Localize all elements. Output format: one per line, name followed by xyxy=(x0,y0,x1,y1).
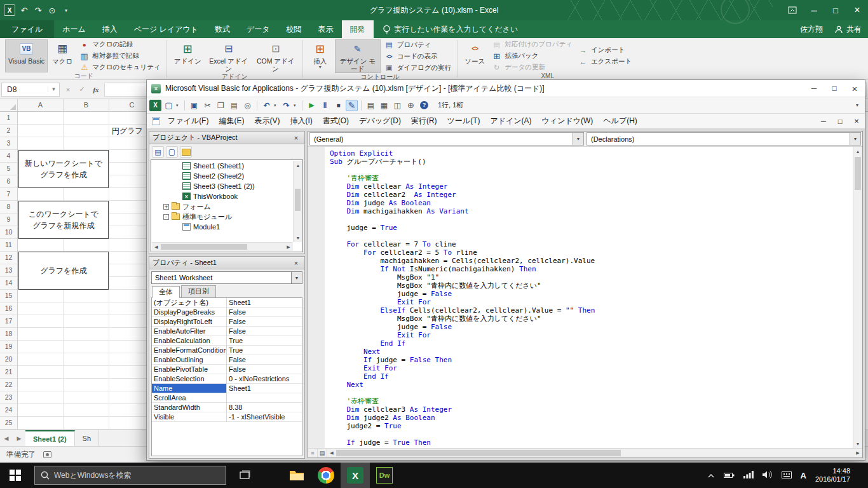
scroll-right-icon[interactable]: ▶ xyxy=(284,243,293,252)
row-header[interactable]: 8 xyxy=(0,201,18,214)
scroll-down-icon[interactable]: ▼ xyxy=(853,439,862,448)
macro-record-icon[interactable] xyxy=(43,451,51,458)
property-row[interactable]: ScrollArea xyxy=(152,393,302,403)
vba-menu-5[interactable]: デバッグ(D) xyxy=(354,116,406,126)
property-row[interactable]: DisplayRightToLeftFalse xyxy=(152,317,302,327)
row-header[interactable]: 14 xyxy=(0,277,18,290)
row-header[interactable]: 21 xyxy=(0,366,18,379)
reset-icon[interactable] xyxy=(332,100,344,111)
property-row[interactable]: EnableCalculationTrue xyxy=(152,336,302,346)
property-row[interactable]: EnablePivotTableFalse xyxy=(152,365,302,374)
maximize-button[interactable]: □ xyxy=(825,0,846,20)
row-header[interactable]: 25 xyxy=(0,417,18,430)
redo-icon[interactable] xyxy=(280,100,292,111)
view-object-icon[interactable] xyxy=(166,146,178,158)
ribbon-button[interactable]: ダイアログの実行 xyxy=(382,63,453,73)
row-header[interactable]: 3 xyxy=(0,137,18,150)
row-header[interactable]: 15 xyxy=(0,290,18,302)
row-header[interactable]: 12 xyxy=(0,252,18,264)
ribbon-tab-4[interactable]: 数式 xyxy=(207,20,238,38)
ribbon-button[interactable]: アドイン xyxy=(171,39,205,73)
vba-minimize-button[interactable]: ─ xyxy=(804,80,824,97)
battery-icon[interactable] xyxy=(724,470,735,481)
column-header[interactable]: B xyxy=(64,99,109,111)
property-row[interactable]: DisplayPageBreaksFalse xyxy=(152,308,302,317)
project-tree-item[interactable]: Sheet2 (Sheet2) xyxy=(152,171,293,181)
chrome-button[interactable] xyxy=(311,463,341,488)
project-tree-item[interactable]: Sheet1 (Sheet1) xyxy=(152,161,293,171)
sheet-nav-left-icon[interactable]: ◀ xyxy=(0,430,13,446)
vba-menu-3[interactable]: 挿入(I) xyxy=(285,116,317,126)
ribbon-button[interactable]: 相対参照で記録 xyxy=(77,51,162,61)
toggle-folders-icon[interactable] xyxy=(180,146,192,158)
property-tab-0[interactable]: 全体 xyxy=(152,286,180,298)
ribbon-button[interactable]: 拡張パック xyxy=(489,51,574,61)
ribbon-tab-3[interactable]: ページ レイアウト xyxy=(126,20,207,38)
name-box-dropdown-icon[interactable]: ▼ xyxy=(48,86,59,92)
run-icon[interactable] xyxy=(306,100,318,111)
excel-taskbar-button[interactable] xyxy=(341,463,370,488)
cancel-icon[interactable]: × xyxy=(62,86,74,93)
property-row[interactable]: EnableAutoFilterFalse xyxy=(152,327,302,336)
row-header[interactable]: 19 xyxy=(0,341,18,353)
project-tree-item[interactable]: +フォーム xyxy=(152,201,293,212)
full-module-view-icon[interactable]: ▤ xyxy=(318,449,327,458)
sheet-tab-1[interactable]: Sh xyxy=(75,430,99,446)
toolbar-options-icon[interactable]: ▾ xyxy=(852,102,862,108)
vscroll-thumb[interactable] xyxy=(855,157,861,190)
sheet-button-shape[interactable]: 新しいワークシートで グラフを作成 xyxy=(18,150,109,188)
column-header[interactable]: A xyxy=(18,99,64,111)
scroll-left-icon[interactable]: ◀ xyxy=(327,449,336,458)
row-header[interactable]: 7 xyxy=(0,188,18,201)
ribbon-button[interactable]: データの更新 xyxy=(489,62,574,72)
vba-close-button[interactable]: × xyxy=(844,80,865,97)
sheet-tab-0[interactable]: Sheet1 (2) xyxy=(25,430,75,446)
ribbon-button[interactable]: インポート xyxy=(576,45,634,55)
properties-window-icon[interactable] xyxy=(378,100,390,111)
code-editor[interactable]: Option ExplicitSub グループバーチャート() '青枠審査 Di… xyxy=(308,147,862,448)
row-header[interactable]: 11 xyxy=(0,239,18,252)
child-close-button[interactable]: × xyxy=(848,114,865,128)
properties-close-icon[interactable]: × xyxy=(291,259,301,267)
procedure-dropdown[interactable]: (Declarations) ▼ xyxy=(587,132,861,146)
ribbon-tab-0[interactable]: ファイル xyxy=(0,20,54,38)
project-horizontal-scrollbar[interactable]: ◀ ▶ xyxy=(152,242,293,251)
insert-function-icon[interactable]: fx xyxy=(90,86,102,93)
dreamweaver-button[interactable]: Dw xyxy=(370,463,399,488)
row-header[interactable]: 23 xyxy=(0,391,18,404)
property-row[interactable]: EnableFormatConditionTrue xyxy=(152,346,302,355)
row-header[interactable]: 24 xyxy=(0,404,18,417)
scroll-up-icon[interactable]: ▲ xyxy=(294,161,302,170)
ribbon-button[interactable]: マクロの記録 xyxy=(77,39,162,50)
ribbon-button[interactable]: Visual Basic xyxy=(5,39,48,72)
file-explorer-button[interactable] xyxy=(282,463,311,488)
vscroll-thumb[interactable] xyxy=(295,189,301,211)
vba-menu-9[interactable]: ウィンドウ(W) xyxy=(537,116,599,126)
property-row[interactable]: StandardWidth8.38 xyxy=(152,403,302,412)
view-code-icon[interactable] xyxy=(152,146,164,158)
ribbon-button[interactable]: エクスポート xyxy=(576,57,634,67)
help-icon[interactable] xyxy=(418,100,430,111)
row-header[interactable]: 13 xyxy=(0,264,18,277)
design-mode-icon[interactable] xyxy=(346,100,358,111)
ribbon-button[interactable]: デザイン モード xyxy=(335,39,381,73)
ribbon-button[interactable]: マクロ xyxy=(49,39,76,72)
tell-me-box[interactable]: 実行したい作業を入力してください xyxy=(383,20,519,38)
project-tree-item[interactable]: Module1 xyxy=(152,222,293,232)
search-input[interactable] xyxy=(54,471,220,480)
ribbon-button[interactable]: マクロのセキュリティ xyxy=(77,62,162,72)
project-vertical-scrollbar[interactable]: ▲ ▼ xyxy=(293,161,302,242)
ribbon-button[interactable]: 対応付けのプロパティ xyxy=(489,39,574,50)
child-minimize-button[interactable]: ─ xyxy=(815,114,832,128)
hidden-icons-chevron[interactable] xyxy=(707,470,715,481)
row-header[interactable]: 17 xyxy=(0,315,18,328)
project-tree-item[interactable]: -標準モジュール xyxy=(152,212,293,222)
ribbon-button[interactable]: Excel アドイン xyxy=(206,39,252,73)
sheet-button-shape[interactable]: このワークシートで グラフを新規作成 xyxy=(18,201,109,239)
dropdown-arrow-icon[interactable]: ▾ xyxy=(176,103,181,108)
ribbon-tab-8[interactable]: 開発 xyxy=(342,20,374,38)
name-box[interactable]: D8 ▼ xyxy=(1,83,60,97)
hscroll-thumb[interactable] xyxy=(161,244,247,250)
ribbon-button[interactable]: ソース xyxy=(461,39,488,72)
undo-icon[interactable]: ↶ xyxy=(19,6,29,15)
